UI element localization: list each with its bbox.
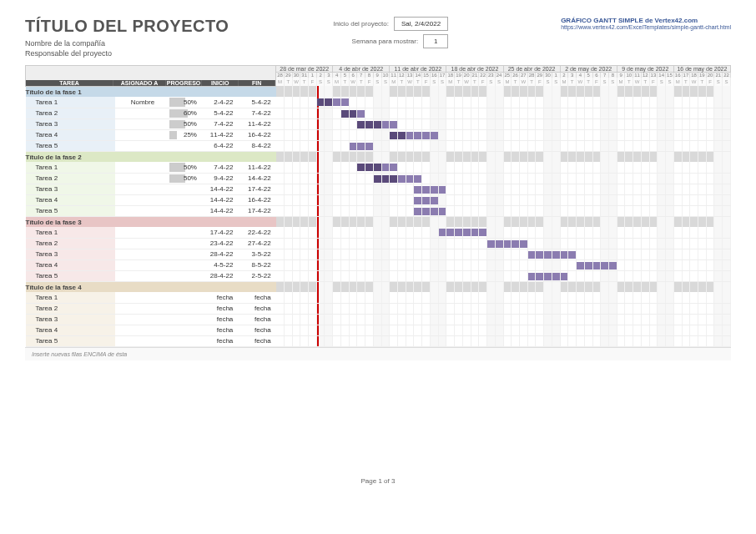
gantt-bar: [609, 262, 617, 270]
task-end: fecha: [238, 335, 275, 346]
task-assigned: [115, 194, 169, 205]
dow-header: W: [349, 78, 357, 86]
week-header: 28 de mar de 2022: [276, 66, 333, 73]
gantt-bar: [496, 240, 503, 248]
dow-header: T: [584, 78, 592, 86]
gantt-bar: [446, 229, 454, 236]
phase-row: Título de la fase 1: [26, 86, 731, 97]
task-row: Tarea 250%9-4-2214-4-22: [26, 173, 731, 184]
gantt-bar: [455, 229, 462, 236]
task-end: 3-5-22: [238, 249, 275, 259]
task-progress: [169, 270, 200, 281]
dow-header: T: [357, 78, 365, 86]
gantt-bar: [512, 240, 519, 248]
dow-header: F: [365, 78, 374, 86]
task-end: 17-4-22: [238, 184, 275, 194]
dow-header: S: [325, 78, 333, 86]
task-progress: [169, 140, 200, 151]
task-assigned: [115, 173, 169, 184]
task-assigned: Nombre: [115, 97, 169, 108]
task-start: 6-4-22: [200, 140, 238, 151]
dow-header: T: [398, 78, 406, 86]
dow-header: F: [706, 78, 714, 86]
task-assigned: [115, 227, 169, 238]
day-header: 16: [430, 73, 438, 78]
task-name: Tarea 1: [26, 292, 116, 303]
start-date-input[interactable]: Sal, 2/4/2022: [394, 17, 448, 31]
chart-source-link[interactable]: https://www.vertex42.com/ExcelTemplates/…: [561, 24, 731, 30]
company-name: Nombre de la compañía: [25, 39, 229, 49]
gantt-bar: [414, 175, 421, 183]
gantt-bar: [536, 273, 543, 280]
task-end: 22-4-22: [238, 227, 275, 238]
task-assigned: [115, 249, 169, 259]
dow-header: T: [641, 78, 649, 86]
task-start: 23-4-22: [200, 238, 238, 249]
col-task: TAREA: [26, 80, 113, 86]
gantt-bar: [568, 251, 576, 259]
task-progress: [169, 238, 200, 249]
week-header: 9 de may de 2022: [617, 66, 673, 73]
gantt-bar: [374, 175, 381, 183]
gantt-bar: [431, 197, 438, 204]
day-header: 12: [398, 73, 406, 78]
col-assigned: ASIGNADO A: [113, 80, 166, 86]
task-start: 28-4-22: [200, 270, 238, 281]
task-progress: [169, 325, 200, 335]
page-number: Page 1 of 3: [25, 477, 731, 485]
col-start: INICIO: [202, 80, 239, 86]
dow-header: M: [390, 78, 398, 86]
gantt-bar: [471, 229, 479, 236]
gantt-bar: [439, 208, 446, 215]
dow-header: F: [479, 78, 487, 86]
phase-row: Título de la fase 2: [26, 151, 731, 162]
week-header: 4 de abr de 2022: [333, 66, 390, 73]
task-assigned: [115, 259, 169, 270]
day-header: 15: [666, 73, 674, 78]
gantt-bar: [333, 98, 340, 106]
dow-header: S: [373, 78, 381, 86]
task-end: 16-4-22: [238, 194, 275, 205]
task-progress: [169, 249, 200, 259]
task-assigned: [115, 238, 169, 249]
task-row: Tarea 2fechafecha: [26, 303, 731, 314]
gantt-bar: [325, 98, 332, 106]
task-name: Tarea 3: [26, 249, 116, 259]
day-header: 12: [641, 73, 649, 78]
dow-header: W: [292, 78, 300, 86]
dow-header: T: [340, 78, 349, 86]
phase-row: Título de la fase 3: [26, 216, 731, 227]
task-name: Tarea 5: [26, 270, 116, 281]
task-end: fecha: [238, 303, 275, 314]
task-row: Tarea 314-4-2217-4-22: [26, 184, 731, 194]
task-end: 16-4-22: [238, 129, 275, 140]
task-row: Tarea 414-4-2216-4-22: [26, 194, 731, 205]
dow-header: S: [430, 78, 438, 86]
task-progress: [169, 227, 200, 238]
gantt-bar: [422, 132, 430, 139]
task-end: fecha: [238, 325, 275, 335]
dow-header: S: [714, 78, 723, 86]
week-show-input[interactable]: 1: [423, 34, 448, 48]
day-header: 11: [633, 73, 642, 78]
dow-header: M: [617, 78, 625, 86]
gantt-bar: [414, 132, 421, 139]
dow-header: S: [552, 78, 560, 86]
gantt-bar: [528, 273, 536, 280]
gantt-bar: [504, 240, 512, 248]
gantt-bar: [520, 240, 527, 248]
task-name: Tarea 1: [26, 227, 116, 238]
day-header: 19: [455, 73, 463, 78]
task-start: 7-4-22: [200, 162, 238, 173]
task-start: 14-4-22: [200, 205, 238, 216]
task-start: 17-4-22: [200, 227, 238, 238]
task-progress: [169, 259, 200, 270]
dow-header: S: [544, 78, 552, 86]
gantt-bar: [422, 186, 430, 194]
gantt-bar: [552, 251, 560, 259]
gantt-bar: [552, 273, 560, 280]
week-header: 18 de abr de 2022: [446, 66, 503, 73]
task-row: Tarea 528-4-222-5-22: [26, 270, 731, 281]
task-progress: 50%: [169, 97, 200, 108]
dow-header: W: [633, 78, 642, 86]
